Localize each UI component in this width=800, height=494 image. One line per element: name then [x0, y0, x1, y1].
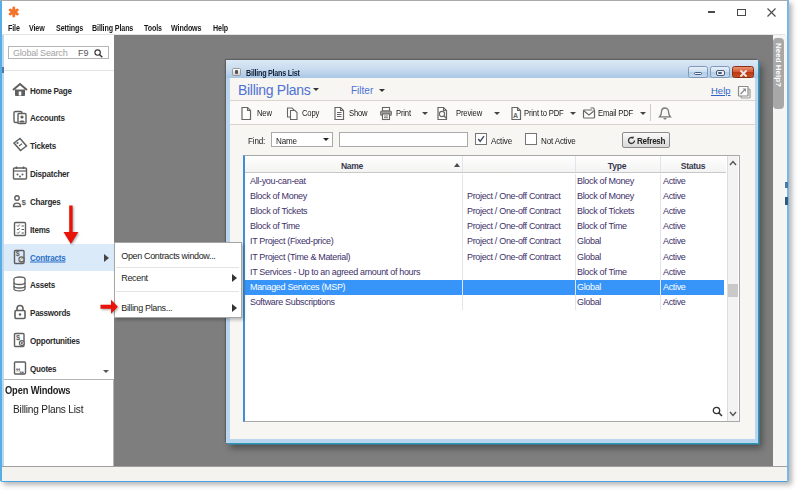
svg-text:$: $ [22, 198, 27, 207]
svg-text:„: „ [19, 364, 24, 375]
svg-text:o: o [20, 256, 24, 263]
svg-text:A: A [513, 111, 518, 118]
